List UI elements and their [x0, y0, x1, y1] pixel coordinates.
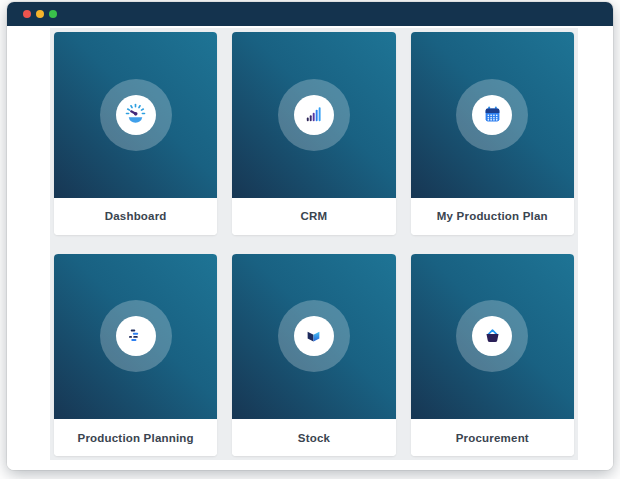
icon-circle: [116, 316, 156, 356]
gauge-icon: [124, 103, 147, 126]
icon-circle: [294, 316, 334, 356]
icon-halo: [100, 300, 172, 372]
app-tile-dashboard[interactable]: Dashboard: [54, 32, 217, 235]
tile-label: CRM: [232, 198, 395, 235]
tile-label: Dashboard: [54, 198, 217, 235]
tile-art: [411, 32, 574, 198]
app-tile-procurement[interactable]: Procurement: [411, 254, 574, 457]
icon-circle: [472, 316, 512, 356]
titlebar: [7, 2, 613, 26]
app-tile-crm[interactable]: CRM: [232, 32, 395, 235]
app-grid: Dashboard: [54, 32, 574, 456]
icon-halo: [278, 300, 350, 372]
apps-panel: Dashboard: [50, 28, 578, 460]
app-tile-my-production-plan[interactable]: My Production Plan: [411, 32, 574, 235]
bar-chart-icon: [302, 103, 325, 126]
icon-halo: [278, 79, 350, 151]
icon-halo: [456, 79, 528, 151]
app-tile-production-planning[interactable]: Production Planning: [54, 254, 217, 457]
traffic-light-close[interactable]: [23, 10, 31, 18]
icon-circle: [294, 95, 334, 135]
icon-halo: [456, 300, 528, 372]
app-tile-stock[interactable]: Stock: [232, 254, 395, 457]
box-icon: [302, 325, 325, 348]
tile-art: [232, 32, 395, 198]
traffic-light-maximize[interactable]: [49, 10, 57, 18]
tile-art: [411, 254, 574, 420]
tile-art: [232, 254, 395, 420]
content-area: Dashboard: [7, 26, 613, 470]
tile-label: My Production Plan: [411, 198, 574, 235]
browser-window: Dashboard: [7, 2, 613, 470]
tile-label: Production Planning: [54, 419, 217, 456]
tile-art: [54, 32, 217, 198]
calendar-icon: [481, 103, 504, 126]
icon-halo: [100, 79, 172, 151]
tile-art: [54, 254, 217, 420]
icon-circle: [116, 95, 156, 135]
gantt-chart-icon: [124, 325, 147, 348]
icon-circle: [472, 95, 512, 135]
traffic-light-minimize[interactable]: [36, 10, 44, 18]
tile-label: Procurement: [411, 419, 574, 456]
tile-label: Stock: [232, 419, 395, 456]
basket-icon: [481, 325, 504, 348]
